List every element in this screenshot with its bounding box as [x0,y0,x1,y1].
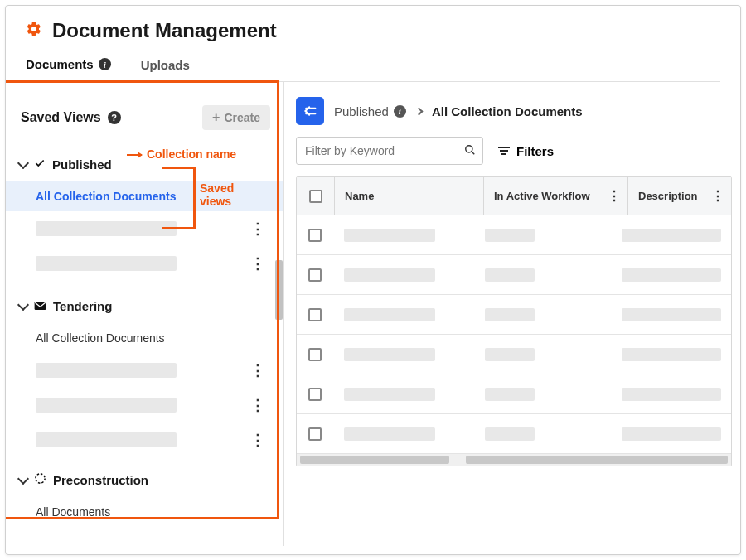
gear-icon [26,21,42,41]
envelope-icon [34,299,46,313]
table-row[interactable] [297,255,731,295]
svg-point-4 [466,145,472,152]
tab-uploads[interactable]: Uploads [141,57,190,81]
sidebar: Saved Views ? + Create Published [6,82,284,546]
search-icon [464,144,476,158]
spinner-icon [34,472,46,487]
chevron-down-icon [17,157,29,169]
column-menu-icon[interactable]: ⋮ [711,188,724,204]
tab-documents[interactable]: Documents i [26,57,111,82]
row-checkbox[interactable] [308,348,322,361]
back-button[interactable] [296,97,324,125]
scrollbar-thumb[interactable] [275,260,283,320]
collection-header-tendering[interactable]: Tendering [6,289,283,323]
table-row[interactable] [297,295,731,335]
breadcrumb-current: All Collection Documents [432,104,583,118]
collection-header-published[interactable]: Published [6,147,283,181]
row-checkbox[interactable] [308,229,322,242]
column-header-workflow[interactable]: In Active Workflow⋮ [484,177,628,215]
saved-view-placeholder[interactable]: ⋮ [6,353,283,388]
row-checkbox[interactable] [308,308,322,321]
table-row[interactable] [297,215,731,255]
horizontal-scrollbar[interactable] [297,454,731,466]
more-icon[interactable]: ⋮ [245,253,270,274]
page-title: Document Management [52,19,277,42]
info-icon: i [394,105,406,118]
saved-view-placeholder[interactable]: ⋮ [6,246,283,281]
more-icon[interactable]: ⋮ [245,429,270,451]
filter-icon [498,147,510,155]
svg-point-1 [36,474,45,483]
saved-view-all-collection-docs[interactable]: All Collection Documents [6,181,283,211]
chevron-right-icon [414,107,423,115]
chevron-down-icon [17,472,29,484]
saved-view-placeholder[interactable]: ⋮ [6,422,283,457]
more-icon[interactable]: ⋮ [245,218,270,239]
saved-view-tendering-all[interactable]: All Collection Documents [6,323,283,353]
column-header-name[interactable]: Name [335,177,484,215]
breadcrumb-root[interactable]: Published i [334,104,406,118]
info-icon: i [99,58,111,70]
row-checkbox[interactable] [308,427,322,441]
filters-button[interactable]: Filters [498,144,554,158]
help-icon[interactable]: ? [108,111,121,124]
more-icon[interactable]: ⋮ [245,360,270,381]
row-checkbox[interactable] [308,268,322,282]
chevron-down-icon [17,299,29,311]
keyword-filter-input[interactable]: Filter by Keyword [296,137,483,165]
table-row[interactable] [297,335,731,374]
select-all-checkbox[interactable] [297,177,335,215]
more-icon[interactable]: ⋮ [245,394,270,416]
collection-header-preconstruction[interactable]: Preconstruction [6,462,283,497]
row-checkbox[interactable] [308,388,322,401]
sidebar-title: Saved Views [21,110,101,125]
table-row[interactable] [297,374,731,414]
svg-rect-0 [35,302,46,310]
main-content: Published i All Collection Documents Fil… [284,82,740,546]
svg-line-5 [472,151,475,154]
saved-view-precon-all[interactable]: All Documents [6,497,283,527]
plus-icon: + [212,111,220,124]
documents-table: Name In Active Workflow⋮ Description⋮ [296,176,732,466]
check-icon [34,157,46,171]
saved-view-placeholder[interactable]: ⋮ [6,211,283,246]
column-header-description[interactable]: Description⋮ [628,177,731,215]
column-menu-icon[interactable]: ⋮ [608,188,621,204]
table-row[interactable] [297,414,731,454]
create-view-button[interactable]: + Create [202,105,270,130]
saved-view-placeholder[interactable]: ⋮ [6,388,283,422]
